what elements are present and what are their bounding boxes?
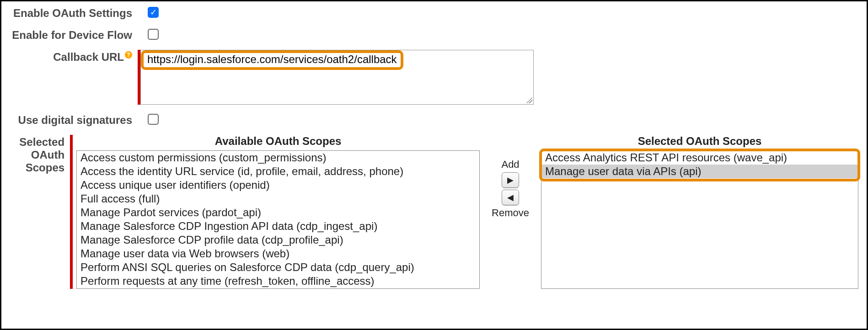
list-item[interactable]: Access Analytics REST API resources (wav…: [541, 151, 858, 165]
list-item[interactable]: Access custom permissions (custom_permis…: [77, 151, 479, 165]
list-item[interactable]: Full access (full): [77, 192, 479, 206]
selected-scopes-column: Selected OAuth Scopes Access Analytics R…: [541, 135, 858, 289]
label-device-flow: Enable for Device Flow: [10, 28, 138, 42]
row-digital-signatures: Use digital signatures: [10, 113, 858, 127]
label-oauth-scopes: Selected OAuth Scopes: [10, 135, 70, 174]
remove-label: Remove: [492, 207, 529, 219]
callback-url-value: https://login.salesforce.com/services/oa…: [147, 53, 397, 65]
selected-scopes-heading: Selected OAuth Scopes: [638, 135, 762, 148]
available-scopes-listbox[interactable]: Access custom permissions (custom_permis…: [76, 150, 480, 289]
remove-button[interactable]: ◀: [502, 190, 519, 205]
row-enable-oauth: Enable OAuth Settings ✓: [10, 6, 858, 20]
list-item[interactable]: Manage user data via APIs (api): [541, 165, 858, 178]
list-item[interactable]: Manage Salesforce CDP Ingestion API data…: [77, 219, 479, 233]
label-callback-url: Callback URL?: [10, 50, 138, 64]
callback-url-value-highlight: https://login.salesforce.com/services/oa…: [141, 50, 403, 70]
row-device-flow: Enable for Device Flow: [10, 28, 858, 42]
list-item[interactable]: Perform ANSI SQL queries on Salesforce C…: [77, 261, 479, 274]
list-item[interactable]: Access the identity URL service (id, pro…: [77, 165, 479, 178]
list-item[interactable]: Manage user data via Web browsers (web): [77, 247, 479, 261]
selected-scopes-listbox[interactable]: Access Analytics REST API resources (wav…: [541, 150, 858, 289]
picker-buttons: Add ▶ ◀ Remove: [480, 158, 541, 220]
resize-handle-icon[interactable]: [526, 97, 532, 103]
help-icon[interactable]: ?: [125, 51, 132, 59]
row-oauth-scopes: Selected OAuth Scopes Available OAuth Sc…: [10, 135, 858, 289]
required-indicator: [70, 135, 73, 289]
add-label: Add: [501, 159, 519, 170]
available-scopes-heading: Available OAuth Scopes: [215, 135, 342, 148]
triangle-left-icon: ◀: [507, 192, 514, 202]
callback-url-textarea[interactable]: https://login.salesforce.com/services/oa…: [140, 50, 534, 105]
label-callback-url-text: Callback URL: [53, 51, 124, 63]
oauth-settings-panel: Enable OAuth Settings ✓ Enable for Devic…: [0, 0, 868, 330]
available-scopes-column: Available OAuth Scopes Access custom per…: [76, 135, 480, 289]
list-item[interactable]: Access unique user identifiers (openid): [77, 178, 479, 192]
list-item[interactable]: Manage Salesforce CDP profile data (cdp_…: [77, 233, 479, 247]
list-item[interactable]: Manage Pardot services (pardot_api): [77, 206, 479, 219]
triangle-right-icon: ▶: [507, 175, 514, 185]
list-item[interactable]: Perform requests at any time (refresh_to…: [77, 274, 479, 288]
add-button[interactable]: ▶: [502, 172, 519, 188]
label-enable-oauth: Enable OAuth Settings: [10, 6, 138, 20]
row-callback-url: Callback URL? https://login.salesforce.c…: [10, 50, 858, 105]
checkbox-digital-signatures[interactable]: [148, 114, 159, 125]
checkbox-device-flow[interactable]: [148, 29, 159, 40]
label-digital-signatures: Use digital signatures: [10, 113, 138, 127]
checkbox-enable-oauth[interactable]: ✓: [148, 7, 159, 18]
